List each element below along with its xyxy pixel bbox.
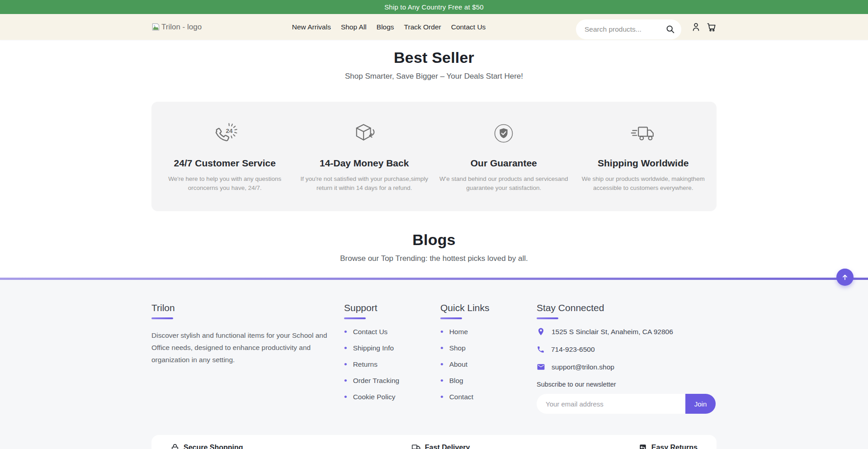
newsletter-form: Join [537, 394, 716, 414]
feature-shipping: Shipping Worldwide We ship our products … [574, 120, 713, 192]
footer-link-label: Cookie Policy [353, 392, 396, 401]
footer-link-shipping-info[interactable]: •Shipping Info [344, 344, 440, 352]
heading-underline [440, 317, 462, 319]
bullet-dot: • [440, 378, 443, 384]
search-input[interactable] [585, 25, 662, 33]
best-seller-subtitle: Shop Smarter, Save Bigger – Your Deals S… [0, 72, 868, 81]
footer-link-contact[interactable]: •Contact [440, 392, 537, 401]
best-seller-section: Best Seller Shop Smarter, Save Bigger – … [0, 49, 868, 81]
bullet-dot: • [440, 361, 443, 368]
footer-stay-connected-column: Stay Connected 1525 S Sinclair St, Anahe… [537, 302, 717, 414]
footer-quicklinks-title: Quick Links [440, 302, 537, 313]
search-icon[interactable] [665, 24, 675, 34]
footer-phone[interactable]: 714-923-6500 [551, 345, 595, 354]
footer-address-row: 1525 S Sinclair St, Anaheim, CA 92806 [537, 327, 717, 336]
footer-link-home[interactable]: •Home [440, 327, 537, 336]
nav-track-order[interactable]: Track Order [404, 23, 441, 31]
arrow-up-icon [841, 273, 849, 281]
nav-new-arrivals[interactable]: New Arrivals [292, 23, 331, 31]
footer-support-column: Support •Contact Us •Shipping Info •Retu… [344, 302, 440, 414]
footer-link-shop[interactable]: •Shop [440, 344, 537, 352]
newsletter-join-button[interactable]: Join [685, 394, 716, 414]
footer-brand-column: Trilon Discover stylish and functional i… [151, 302, 344, 414]
bullet-dot: • [344, 345, 347, 351]
bullet-dot: • [440, 329, 443, 335]
bullet-dot: • [440, 394, 443, 400]
bullet-dot: • [344, 378, 347, 384]
badge-label: Easy Returns [651, 444, 698, 449]
scroll-to-top-button[interactable] [836, 269, 854, 286]
heading-underline [537, 317, 558, 319]
footer-email-row: support@trilon.shop [537, 363, 717, 371]
location-pin-icon [537, 327, 545, 336]
shield-check-icon [491, 120, 517, 147]
feature-title: Shipping Worldwide [598, 158, 689, 169]
footer-phone-row: 714-923-6500 [537, 345, 717, 354]
badge-label: Fast Delivery [425, 444, 470, 449]
logo-link[interactable]: Trilon - logo [151, 23, 202, 32]
newsletter-email-input[interactable] [537, 394, 685, 414]
badge-label: Secure Shopping [184, 444, 243, 449]
footer-stay-connected-title: Stay Connected [537, 302, 717, 313]
promo-banner-text: Ship to Any Country Free at $50 [384, 3, 484, 11]
footer-email[interactable]: support@trilon.shop [552, 363, 614, 371]
footer-link-about[interactable]: •About [440, 360, 537, 369]
footer-quicklinks-column: Quick Links •Home •Shop •About •Blog •Co… [440, 302, 537, 414]
broken-image-icon [151, 23, 160, 31]
phone-icon [537, 345, 545, 354]
footer-brand-title: Trilon [151, 302, 344, 313]
footer-support-title: Support [344, 302, 440, 313]
best-seller-title: Best Seller [0, 49, 868, 66]
footer-link-label: Order Tracking [353, 376, 400, 385]
footer-link-order-tracking[interactable]: •Order Tracking [344, 376, 440, 385]
feature-title: Our Guarantee [471, 158, 537, 169]
footer-link-returns[interactable]: •Returns [344, 360, 440, 369]
feature-title: 14-Day Money Back [320, 158, 409, 169]
feature-money-back: 14-Day Money Back If you're not satisfie… [295, 120, 434, 192]
blogs-section: Blogs Browse our Top Trending: the hotte… [0, 231, 868, 263]
delivery-truck-icon [411, 443, 421, 449]
bullet-dot: • [344, 329, 347, 335]
lock-icon [170, 443, 179, 449]
footer-brand-description: Discover stylish and functional items fo… [151, 329, 344, 366]
bullet-dot: • [344, 394, 347, 400]
feature-guarantee: Our Guarantee W'e stand behind our produ… [434, 120, 574, 192]
footer-link-label: Shop [449, 344, 466, 352]
nav-blogs[interactable]: Blogs [377, 23, 394, 31]
feature-description: We're here to help you with any question… [160, 175, 290, 192]
footer-link-contact-us[interactable]: •Contact Us [344, 327, 440, 336]
badge-secure-shopping: Secure Shopping [170, 443, 243, 449]
promo-banner: Ship to Any Country Free at $50 [0, 0, 868, 14]
header-right [576, 17, 717, 37]
footer-link-label: Home [449, 327, 468, 336]
site-header: Trilon - logo New Arrivals Shop All Blog… [0, 14, 868, 40]
footer-link-cookie-policy[interactable]: •Cookie Policy [344, 392, 440, 401]
feature-customer-service: 24 24/7 Customer Service We're here to h… [155, 120, 295, 192]
feature-description: W'e stand behind our products and servic… [439, 175, 569, 192]
search-bar [576, 19, 681, 39]
footer-link-label: Contact [449, 392, 473, 401]
footer-link-label: Blog [449, 376, 463, 385]
heading-underline [151, 317, 173, 319]
cart-icon[interactable] [706, 22, 717, 32]
blogs-title: Blogs [0, 231, 868, 249]
bullet-dot: • [440, 345, 443, 351]
trust-badges-card: Secure Shopping Fast Delivery [151, 435, 717, 449]
newsletter-label: Subscribe to our newsletter [537, 380, 717, 388]
return-box-icon [638, 443, 647, 449]
main-nav: New Arrivals Shop All Blogs Track Order … [202, 23, 576, 31]
footer-link-blog[interactable]: •Blog [440, 376, 537, 385]
features-card: 24 24/7 Customer Service We're here to h… [151, 102, 717, 211]
heading-underline [344, 317, 366, 319]
footer-link-label: Contact Us [353, 327, 388, 336]
svg-text:24: 24 [226, 128, 233, 134]
feature-description: If you're not satisfied with your purcha… [299, 175, 429, 192]
user-account-icon[interactable] [691, 22, 701, 32]
site-footer: Trilon Discover stylish and functional i… [0, 280, 868, 449]
nav-shop-all[interactable]: Shop All [341, 23, 367, 31]
blogs-subtitle: Browse our Top Trending: the hottest pic… [0, 254, 868, 263]
feature-description: We ship our products worldwide, makingth… [578, 175, 708, 192]
nav-contact-us[interactable]: Contact Us [451, 23, 486, 31]
footer-address: 1525 S Sinclair St, Anaheim, CA 92806 [552, 327, 673, 336]
phone-24-icon: 24 [212, 120, 238, 147]
